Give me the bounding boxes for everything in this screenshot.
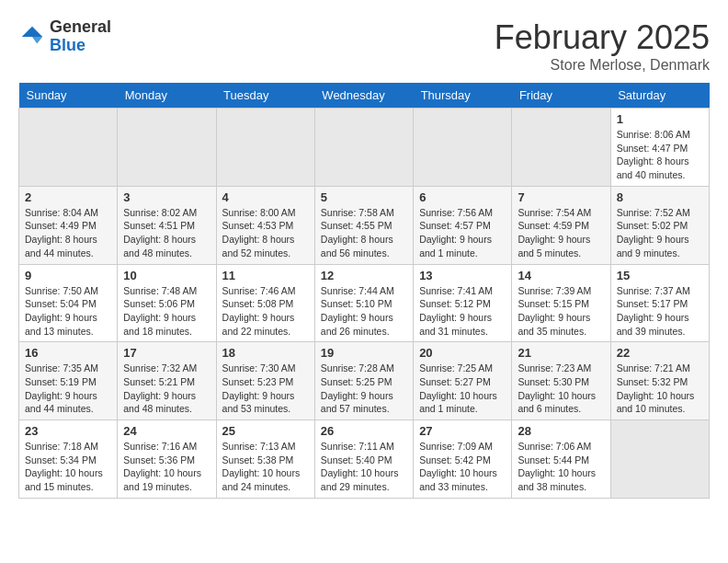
day-number: 21	[518, 346, 604, 360]
calendar-cell	[610, 420, 709, 499]
logo-blue-text: Blue	[50, 37, 111, 55]
day-number: 24	[123, 424, 210, 438]
day-number: 9	[25, 269, 111, 282]
logo-text: General Blue	[50, 18, 111, 55]
day-number: 6	[419, 190, 506, 204]
month-title: February 2025	[495, 18, 710, 57]
calendar-cell: 14Sunrise: 7:39 AM Sunset: 5:15 PM Dayli…	[512, 264, 610, 342]
calendar-week-3: 9Sunrise: 7:50 AM Sunset: 5:04 PM Daylig…	[19, 264, 710, 342]
calendar-cell: 3Sunrise: 8:02 AM Sunset: 4:51 PM Daylig…	[118, 186, 216, 264]
calendar-table: SundayMondayTuesdayWednesdayThursdayFrid…	[18, 83, 710, 499]
logo: General Blue	[18, 18, 111, 55]
calendar-header-tuesday: Tuesday	[216, 83, 314, 109]
day-info: Sunrise: 7:09 AM Sunset: 5:42 PM Dayligh…	[419, 440, 506, 494]
day-number: 7	[518, 190, 604, 204]
calendar-week-2: 2Sunrise: 8:04 AM Sunset: 4:49 PM Daylig…	[19, 186, 710, 264]
calendar-cell: 15Sunrise: 7:37 AM Sunset: 5:17 PM Dayli…	[610, 264, 709, 342]
day-number: 1	[617, 112, 703, 126]
day-info: Sunrise: 8:04 AM Sunset: 4:49 PM Dayligh…	[25, 206, 111, 260]
calendar-week-1: 1Sunrise: 8:06 AM Sunset: 4:47 PM Daylig…	[19, 109, 710, 187]
calendar-header-saturday: Saturday	[610, 83, 709, 109]
day-number: 23	[25, 424, 111, 438]
calendar-cell: 18Sunrise: 7:30 AM Sunset: 5:23 PM Dayli…	[216, 342, 314, 420]
calendar-cell: 6Sunrise: 7:56 AM Sunset: 4:57 PM Daylig…	[414, 186, 512, 264]
day-number: 22	[617, 346, 703, 360]
calendar-cell: 22Sunrise: 7:21 AM Sunset: 5:32 PM Dayli…	[610, 342, 709, 420]
calendar-cell: 17Sunrise: 7:32 AM Sunset: 5:21 PM Dayli…	[118, 342, 216, 420]
calendar-header-friday: Friday	[512, 83, 610, 109]
day-info: Sunrise: 7:16 AM Sunset: 5:36 PM Dayligh…	[123, 440, 210, 494]
day-info: Sunrise: 8:02 AM Sunset: 4:51 PM Dayligh…	[123, 206, 210, 260]
calendar-cell	[414, 109, 512, 187]
day-number: 20	[419, 346, 506, 360]
calendar-week-5: 23Sunrise: 7:18 AM Sunset: 5:34 PM Dayli…	[19, 420, 710, 499]
day-number: 4	[222, 190, 309, 204]
day-number: 18	[222, 346, 309, 360]
day-info: Sunrise: 7:32 AM Sunset: 5:21 PM Dayligh…	[123, 362, 210, 416]
day-info: Sunrise: 7:30 AM Sunset: 5:23 PM Dayligh…	[222, 362, 309, 416]
calendar-cell: 7Sunrise: 7:54 AM Sunset: 4:59 PM Daylig…	[512, 186, 610, 264]
day-number: 11	[222, 269, 309, 282]
calendar-cell: 12Sunrise: 7:44 AM Sunset: 5:10 PM Dayli…	[314, 264, 413, 342]
calendar-cell	[512, 109, 610, 187]
day-info: Sunrise: 8:00 AM Sunset: 4:53 PM Dayligh…	[222, 206, 309, 260]
calendar-header-monday: Monday	[118, 83, 216, 109]
day-number: 8	[617, 190, 703, 204]
day-info: Sunrise: 7:54 AM Sunset: 4:59 PM Dayligh…	[518, 206, 604, 260]
calendar-cell: 24Sunrise: 7:16 AM Sunset: 5:36 PM Dayli…	[118, 420, 216, 499]
day-info: Sunrise: 7:52 AM Sunset: 5:02 PM Dayligh…	[617, 206, 703, 260]
day-number: 26	[321, 424, 407, 438]
day-number: 12	[321, 269, 407, 282]
calendar-cell: 21Sunrise: 7:23 AM Sunset: 5:30 PM Dayli…	[512, 342, 610, 420]
day-info: Sunrise: 7:35 AM Sunset: 5:19 PM Dayligh…	[25, 362, 111, 416]
day-number: 28	[518, 424, 604, 438]
logo-icon	[18, 23, 46, 51]
logo-general-text: General	[50, 18, 111, 37]
day-number: 16	[25, 346, 111, 360]
calendar-header-thursday: Thursday	[414, 83, 512, 109]
svg-marker-1	[32, 37, 42, 44]
day-number: 19	[321, 346, 407, 360]
day-number: 2	[25, 190, 111, 204]
calendar-cell: 27Sunrise: 7:09 AM Sunset: 5:42 PM Dayli…	[414, 420, 512, 499]
day-number: 15	[617, 269, 703, 282]
calendar-cell	[216, 109, 314, 187]
calendar-cell	[314, 109, 413, 187]
day-info: Sunrise: 7:56 AM Sunset: 4:57 PM Dayligh…	[419, 206, 506, 260]
calendar-cell: 9Sunrise: 7:50 AM Sunset: 5:04 PM Daylig…	[19, 264, 118, 342]
day-info: Sunrise: 7:50 AM Sunset: 5:04 PM Dayligh…	[25, 284, 111, 339]
day-number: 10	[123, 269, 210, 282]
calendar-cell: 28Sunrise: 7:06 AM Sunset: 5:44 PM Dayli…	[512, 420, 610, 499]
day-info: Sunrise: 7:21 AM Sunset: 5:32 PM Dayligh…	[617, 362, 703, 416]
calendar-cell: 8Sunrise: 7:52 AM Sunset: 5:02 PM Daylig…	[610, 186, 709, 264]
day-info: Sunrise: 7:28 AM Sunset: 5:25 PM Dayligh…	[321, 362, 407, 416]
calendar-header-wednesday: Wednesday	[314, 83, 413, 109]
day-info: Sunrise: 7:25 AM Sunset: 5:27 PM Dayligh…	[419, 362, 506, 416]
title-block: February 2025 Store Merlose, Denmark	[495, 18, 710, 74]
svg-marker-0	[22, 27, 43, 37]
calendar-cell: 4Sunrise: 8:00 AM Sunset: 4:53 PM Daylig…	[216, 186, 314, 264]
calendar-cell: 2Sunrise: 8:04 AM Sunset: 4:49 PM Daylig…	[19, 186, 118, 264]
calendar-cell: 26Sunrise: 7:11 AM Sunset: 5:40 PM Dayli…	[314, 420, 413, 499]
day-info: Sunrise: 8:06 AM Sunset: 4:47 PM Dayligh…	[617, 128, 703, 182]
day-number: 5	[321, 190, 407, 204]
calendar-cell: 1Sunrise: 8:06 AM Sunset: 4:47 PM Daylig…	[610, 109, 709, 187]
day-number: 3	[123, 190, 210, 204]
page-header: General Blue February 2025 Store Merlose…	[18, 18, 710, 74]
calendar-header-row: SundayMondayTuesdayWednesdayThursdayFrid…	[19, 83, 710, 109]
day-info: Sunrise: 7:06 AM Sunset: 5:44 PM Dayligh…	[518, 440, 604, 494]
calendar-cell: 19Sunrise: 7:28 AM Sunset: 5:25 PM Dayli…	[314, 342, 413, 420]
day-info: Sunrise: 7:11 AM Sunset: 5:40 PM Dayligh…	[321, 440, 407, 494]
calendar-cell: 11Sunrise: 7:46 AM Sunset: 5:08 PM Dayli…	[216, 264, 314, 342]
day-info: Sunrise: 7:58 AM Sunset: 4:55 PM Dayligh…	[321, 206, 407, 260]
calendar-cell: 25Sunrise: 7:13 AM Sunset: 5:38 PM Dayli…	[216, 420, 314, 499]
calendar-cell: 20Sunrise: 7:25 AM Sunset: 5:27 PM Dayli…	[414, 342, 512, 420]
day-number: 17	[123, 346, 210, 360]
day-info: Sunrise: 7:46 AM Sunset: 5:08 PM Dayligh…	[222, 284, 309, 339]
day-info: Sunrise: 7:18 AM Sunset: 5:34 PM Dayligh…	[25, 440, 111, 494]
day-info: Sunrise: 7:48 AM Sunset: 5:06 PM Dayligh…	[123, 284, 210, 339]
day-number: 25	[222, 424, 309, 438]
day-info: Sunrise: 7:37 AM Sunset: 5:17 PM Dayligh…	[617, 284, 703, 339]
day-info: Sunrise: 7:44 AM Sunset: 5:10 PM Dayligh…	[321, 284, 407, 339]
location: Store Merlose, Denmark	[495, 57, 710, 74]
